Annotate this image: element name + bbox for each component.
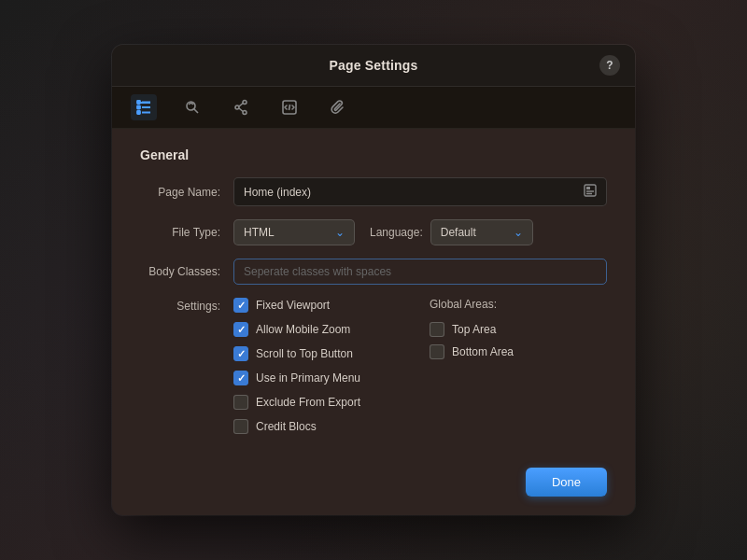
credit-blocs-label: Credit Blocs — [256, 420, 317, 433]
svg-rect-2 — [137, 101, 140, 104]
checkboxes-column: ✓ Fixed Viewport ✓ Allow Mobile Zoom ✓ — [233, 298, 411, 434]
help-button[interactable]: ? — [599, 55, 620, 76]
body-classes-input[interactable] — [233, 259, 607, 285]
done-button[interactable]: Done — [526, 468, 607, 497]
svg-point-10 — [243, 101, 247, 105]
fixed-viewport-label: Fixed Viewport — [256, 299, 330, 312]
exclude-export-checkbox[interactable] — [233, 395, 248, 410]
exclude-export-item[interactable]: Exclude From Export — [233, 395, 411, 410]
file-type-arrow: ⌄ — [335, 226, 345, 239]
file-type-dropdown[interactable]: HTML PHP ASP — [244, 226, 328, 239]
page-name-label: Page Name: — [140, 186, 233, 199]
bottom-area-item[interactable]: Bottom Area — [430, 344, 607, 359]
exclude-export-label: Exclude From Export — [256, 396, 360, 409]
svg-line-16 — [289, 105, 290, 110]
svg-rect-18 — [586, 187, 590, 189]
language-arrow: ⌄ — [514, 226, 523, 239]
language-label: Language: — [370, 226, 423, 239]
allow-mobile-zoom-checkbox[interactable]: ✓ — [233, 322, 248, 337]
dialog-title: Page Settings — [329, 58, 417, 73]
top-area-checkbox[interactable] — [430, 322, 444, 337]
use-primary-menu-label: Use in Primary Menu — [256, 371, 360, 385]
bottom-area-checkbox[interactable] — [430, 344, 444, 359]
settings-label: Settings: — [140, 298, 233, 313]
allow-mobile-zoom-label: Allow Mobile Zoom — [256, 323, 350, 336]
svg-line-9 — [194, 109, 199, 114]
page-name-row: Page Name: — [140, 177, 607, 206]
page-name-icon — [584, 184, 597, 200]
language-dropdown[interactable]: Default English French — [441, 226, 506, 239]
toolbar-seo-icon[interactable] — [179, 94, 205, 120]
toolbar-code-icon[interactable] — [276, 94, 303, 120]
body-classes-row: Body Classes: — [140, 259, 607, 285]
credit-blocs-item[interactable]: Credit Blocs — [233, 419, 411, 434]
settings-content: ✓ Fixed Viewport ✓ Allow Mobile Zoom ✓ — [233, 298, 607, 434]
page-name-input[interactable] — [244, 186, 584, 199]
scroll-to-top-label: Scroll to Top Button — [256, 347, 353, 360]
page-settings-dialog: Page Settings ? — [112, 45, 635, 515]
body-classes-label: Body Classes: — [140, 265, 233, 278]
use-primary-menu-checkbox[interactable]: ✓ — [233, 371, 248, 385]
page-name-field[interactable] — [233, 177, 607, 206]
checkmark-icon: ✓ — [237, 348, 246, 360]
top-area-item[interactable]: Top Area — [430, 322, 607, 337]
svg-rect-4 — [137, 111, 140, 114]
file-type-label: File Type: — [140, 226, 233, 239]
file-type-row: File Type: HTML PHP ASP ⌄ Language: Defa… — [140, 219, 607, 245]
toolbar-attachment-icon[interactable] — [325, 94, 351, 120]
svg-line-13 — [239, 104, 243, 107]
svg-point-11 — [243, 111, 247, 115]
toolbar-list-icon[interactable] — [131, 94, 157, 120]
checkmark-icon: ✓ — [237, 300, 246, 312]
file-type-select[interactable]: HTML PHP ASP ⌄ — [233, 219, 355, 245]
settings-row: Settings: ✓ Fixed Viewport ✓ Allow — [140, 298, 607, 434]
checkmark-icon: ✓ — [237, 372, 246, 385]
fixed-viewport-checkbox[interactable]: ✓ — [233, 298, 248, 313]
dialog-body: General Page Name: File Type: — [112, 129, 635, 456]
toolbar — [112, 87, 635, 129]
dialog-footer: Done — [112, 456, 635, 515]
bottom-area-label: Bottom Area — [452, 345, 514, 358]
global-areas-column: Global Areas: Top Area Bottom Area — [430, 298, 607, 434]
allow-mobile-zoom-item[interactable]: ✓ Allow Mobile Zoom — [233, 322, 411, 337]
use-primary-menu-item[interactable]: ✓ Use in Primary Menu — [233, 371, 411, 385]
toolbar-share-icon[interactable] — [228, 94, 254, 120]
top-area-label: Top Area — [452, 323, 496, 336]
svg-point-12 — [235, 105, 239, 109]
svg-rect-3 — [137, 106, 140, 109]
fixed-viewport-item[interactable]: ✓ Fixed Viewport — [233, 298, 411, 313]
credit-blocs-checkbox[interactable] — [233, 419, 248, 434]
dialog-header: Page Settings ? — [112, 45, 635, 87]
svg-line-14 — [239, 108, 243, 112]
language-select[interactable]: Default English French ⌄ — [430, 219, 533, 245]
general-section-title: General — [140, 147, 607, 162]
checkmark-icon: ✓ — [237, 324, 246, 336]
scroll-to-top-checkbox[interactable]: ✓ — [233, 346, 248, 361]
scroll-to-top-item[interactable]: ✓ Scroll to Top Button — [233, 346, 411, 361]
global-areas-label: Global Areas: — [430, 298, 607, 311]
